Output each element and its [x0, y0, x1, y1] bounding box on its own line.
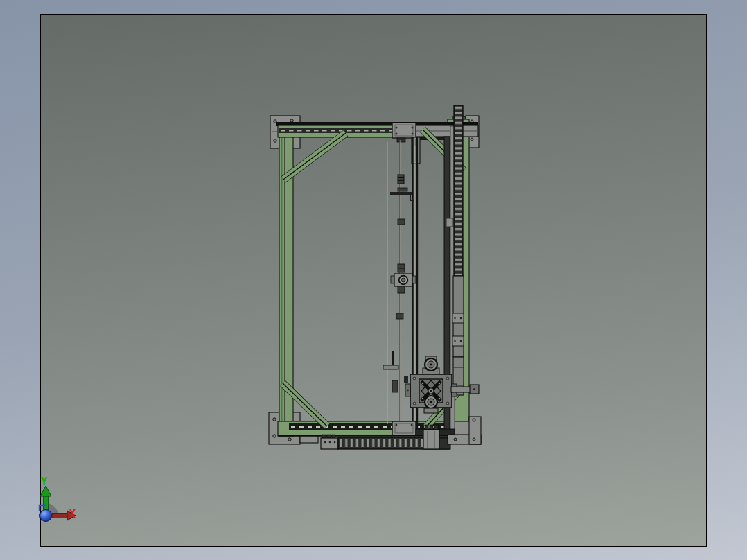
- frame-assembly-model[interactable]: [269, 105, 481, 449]
- limit-switch-bracket[interactable]: [390, 188, 414, 225]
- orientation-triad: Y X: [39, 475, 76, 522]
- origin-sphere: [40, 510, 52, 522]
- y-axis-label: Y: [41, 475, 47, 488]
- x-axis-label: X: [69, 508, 76, 520]
- cad-canvas: Y X: [0, 0, 747, 560]
- lead-screw-coupler[interactable]: [398, 175, 404, 184]
- vertical-cable-chain[interactable]: [452, 105, 464, 395]
- cad-scene: Y X: [0, 0, 747, 560]
